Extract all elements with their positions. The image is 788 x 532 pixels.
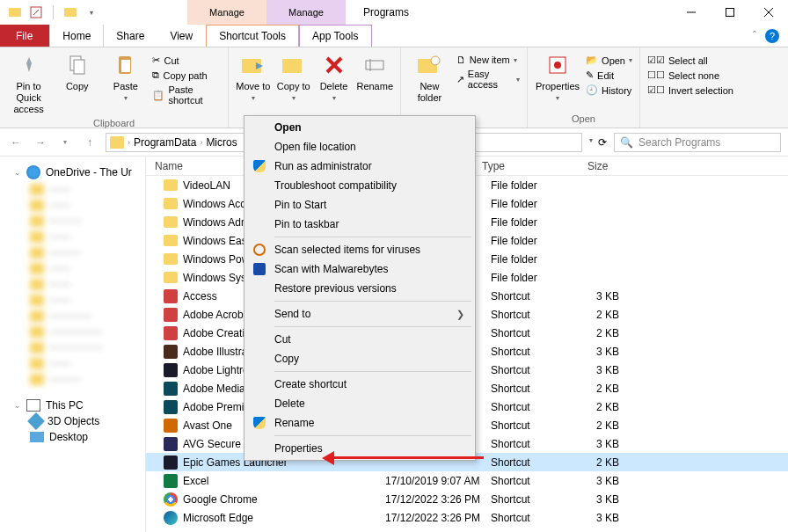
breadcrumb-sep-icon[interactable]: › (128, 138, 130, 147)
ctx-delete[interactable]: Delete (246, 394, 473, 413)
ctx-restore-versions[interactable]: Restore previous versions (246, 279, 473, 298)
ctx-pin-start[interactable]: Pin to Start (246, 195, 473, 215)
file-type: Shortcut (491, 364, 596, 376)
navigation-pane[interactable]: ⌄OneDrive - The Ur —— —— ——— —— ——— —— —… (0, 157, 146, 532)
ctx-run-as-admin[interactable]: Run as administrator (246, 157, 473, 176)
help-icon[interactable]: ? (765, 29, 779, 43)
table-row[interactable]: Microsoft Edge17/12/2022 3:26 PMShortcut… (146, 508, 788, 527)
ctx-open-location[interactable]: Open file location (246, 137, 473, 157)
chevron-right-icon: ❯ (456, 309, 473, 320)
nav-onedrive[interactable]: ⌄OneDrive - The Ur (0, 164, 145, 181)
back-button[interactable]: ← (7, 134, 25, 151)
breadcrumb-segment[interactable]: ProgramData (134, 136, 196, 149)
file-icon (164, 419, 178, 433)
ctx-copy[interactable]: Copy (246, 349, 473, 368)
nav-item[interactable]: ——— (0, 244, 145, 260)
nav-item[interactable]: ————— (0, 324, 145, 339)
copy-to-icon (280, 51, 308, 79)
refresh-button[interactable]: ⟳ (598, 136, 607, 149)
properties-button[interactable]: Properties▾ (535, 51, 580, 103)
copy-button[interactable]: Copy (55, 51, 98, 92)
nav-item[interactable]: ———— (0, 308, 145, 324)
breadcrumb-sep-icon[interactable]: › (200, 138, 202, 147)
maximize-button[interactable] (711, 0, 749, 25)
tab-file[interactable]: File (0, 25, 49, 47)
copy-to-button[interactable]: Copy to▾ (276, 51, 311, 103)
nav-item[interactable]: —— (0, 229, 145, 244)
col-type[interactable]: Type (482, 160, 587, 172)
select-none-icon: ☐☐ (647, 69, 665, 81)
close-button[interactable] (749, 0, 788, 25)
select-all-button[interactable]: ☑☑Select all (647, 55, 733, 66)
ctx-send-to[interactable]: Send to❯ (246, 304, 473, 324)
nav-item[interactable]: —— (0, 181, 145, 197)
ctx-rename[interactable]: Rename (246, 413, 473, 433)
qat-dropdown-icon[interactable]: ▾ (84, 4, 99, 20)
nav-item[interactable]: ————— (0, 339, 145, 355)
nav-item[interactable]: —— (0, 276, 145, 292)
context-tab-shortcut[interactable]: Manage (187, 0, 266, 25)
cut-button[interactable]: ✂Cut (152, 55, 221, 66)
ctx-cut[interactable]: Cut (246, 330, 473, 349)
folder-icon (110, 136, 124, 149)
minimize-button[interactable] (672, 0, 711, 25)
nav-item[interactable]: —— (0, 260, 145, 276)
file-type: Shortcut (491, 475, 596, 487)
tab-shortcut-tools[interactable]: Shortcut Tools (206, 25, 299, 47)
nav-this-pc[interactable]: ⌄This PC (0, 397, 145, 413)
easy-access-button[interactable]: ↗Easy access▾ (456, 69, 520, 90)
up-button[interactable]: ↑ (81, 134, 98, 151)
ctx-open[interactable]: Open (246, 118, 473, 137)
col-size[interactable]: Size (587, 160, 658, 172)
nav-item[interactable]: ——— (0, 213, 145, 229)
invert-selection-button[interactable]: ☑☐Invert selection (647, 84, 733, 96)
ctx-pin-taskbar[interactable]: Pin to taskbar (246, 215, 473, 234)
rename-button[interactable]: Rename (356, 51, 393, 92)
nav-item[interactable]: —— (0, 292, 145, 308)
file-icon (164, 308, 178, 322)
table-row[interactable]: Excel17/10/2019 9:07 AMShortcut3 KB (146, 471, 788, 490)
forward-button[interactable]: → (32, 134, 49, 151)
paste-shortcut-button[interactable]: 📋Paste shortcut (152, 84, 221, 106)
ctx-create-shortcut[interactable]: Create shortcut (246, 375, 473, 394)
qat-new-folder-icon[interactable] (62, 4, 78, 20)
pin-to-quick-access-button[interactable]: Pin to Quick access (7, 51, 50, 116)
nav-item[interactable]: ——— (0, 371, 145, 387)
select-none-button[interactable]: ☐☐Select none (647, 69, 733, 81)
ctx-troubleshoot[interactable]: Troubleshoot compatibility (246, 176, 473, 195)
qat-properties-icon[interactable] (28, 4, 44, 20)
tab-home[interactable]: Home (49, 25, 104, 47)
new-folder-button[interactable]: New folder (408, 51, 451, 104)
context-tab-app[interactable]: Manage (266, 0, 346, 25)
file-icon (164, 253, 178, 265)
breadcrumb-segment[interactable]: Micros (206, 136, 237, 149)
address-dropdown-icon[interactable]: ▾ (589, 136, 593, 149)
table-row[interactable]: Google Chrome17/12/2022 3:26 PMShortcut3… (146, 490, 788, 508)
new-item-button[interactable]: 🗋New item▾ (456, 55, 520, 65)
history-button[interactable]: 🕘History (586, 84, 632, 96)
ctx-scan-viruses[interactable]: Scan selected items for viruses (246, 240, 473, 259)
search-input[interactable]: 🔍 Search Programs (614, 133, 781, 152)
file-type: Shortcut (491, 346, 596, 358)
edit-button[interactable]: ✎Edit (586, 69, 632, 81)
file-type: Shortcut (491, 512, 596, 524)
open-button[interactable]: 📂Open▾ (586, 55, 632, 66)
nav-item[interactable]: —— (0, 197, 145, 213)
file-name: VideoLAN (183, 179, 230, 192)
nav-item[interactable]: —— (0, 355, 145, 371)
recent-locations-button[interactable]: ▾ (56, 134, 74, 151)
tab-app-tools[interactable]: App Tools (299, 25, 371, 47)
file-name: Access (183, 290, 217, 302)
delete-button[interactable]: Delete▾ (317, 51, 352, 103)
nav-desktop[interactable]: Desktop (0, 429, 145, 445)
ctx-scan-malwarebytes[interactable]: Scan with Malwarebytes (246, 259, 473, 279)
nav-3d-objects[interactable]: 3D Objects (0, 413, 145, 429)
collapse-ribbon-icon[interactable]: ˆ (753, 30, 756, 42)
paste-button[interactable]: Paste▾ (104, 51, 147, 103)
invert-selection-icon: ☑☐ (647, 84, 665, 96)
copy-path-button[interactable]: ⧉Copy path (152, 69, 221, 81)
move-to-button[interactable]: Move to▾ (236, 51, 271, 103)
tab-share[interactable]: Share (104, 25, 157, 47)
tab-view[interactable]: View (157, 25, 206, 47)
ctx-properties[interactable]: Properties (246, 439, 473, 458)
